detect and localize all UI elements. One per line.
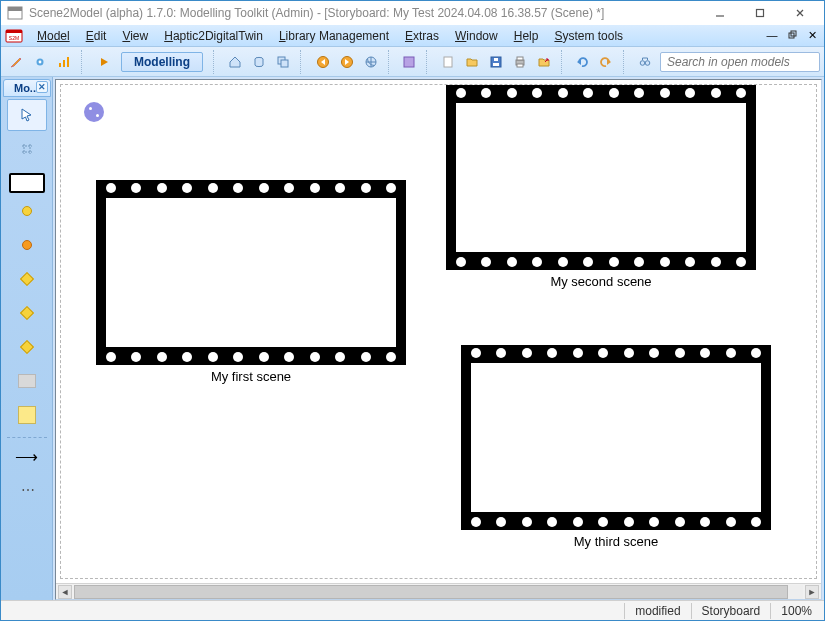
menubar: S2M Model Edit View Haptic2DigitalTwin L… <box>1 25 824 47</box>
scene-frame-tool[interactable] <box>9 173 45 193</box>
window-minimize[interactable] <box>700 2 740 24</box>
toolbar-separator <box>426 50 431 74</box>
nav-forward-icon[interactable] <box>336 51 358 73</box>
yellow-circle-tool[interactable] <box>7 195 47 227</box>
page-indicator-icon[interactable]: ⋯ <box>7 474 47 506</box>
scene-frame[interactable] <box>446 85 756 270</box>
nav-back-icon[interactable] <box>312 51 334 73</box>
document-window-controls: — ✕ <box>764 28 820 42</box>
orange-circle-tool[interactable] <box>7 229 47 261</box>
menu-model[interactable]: Model <box>29 27 78 45</box>
status-modified: modified <box>624 603 690 619</box>
svg-rect-7 <box>6 30 22 33</box>
grey-rect-tool[interactable] <box>7 365 47 397</box>
toolbar-separator <box>213 50 218 74</box>
yellow-diamond-tool-1[interactable] <box>7 263 47 295</box>
status-zoom[interactable]: 100% <box>770 603 822 619</box>
new-icon[interactable] <box>437 51 459 73</box>
scroll-left-icon[interactable]: ◄ <box>58 585 72 599</box>
scroll-right-icon[interactable]: ► <box>805 585 819 599</box>
tool-play-icon[interactable] <box>93 51 115 73</box>
menu-extras[interactable]: Extras <box>397 27 447 45</box>
scroll-track[interactable] <box>74 585 803 599</box>
tool-chart-icon[interactable] <box>53 51 75 73</box>
home-icon[interactable] <box>224 51 246 73</box>
pointer-tool[interactable] <box>7 99 47 131</box>
menu-library-management[interactable]: Library Management <box>271 27 397 45</box>
scene-1[interactable]: My first scene <box>96 180 406 384</box>
palette-tab[interactable]: Mo... ✕ <box>3 79 51 97</box>
script-icon[interactable] <box>398 51 420 73</box>
tool-pencil-icon[interactable] <box>5 51 27 73</box>
toolbar-separator <box>388 50 393 74</box>
svg-rect-3 <box>757 10 764 17</box>
tool-gear-icon[interactable] <box>29 51 51 73</box>
mode-label[interactable]: Modelling <box>121 52 203 72</box>
svg-point-36 <box>645 60 650 65</box>
menu-haptic2digitaltwin[interactable]: Haptic2DigitalTwin <box>156 27 271 45</box>
svg-rect-28 <box>493 63 499 66</box>
svg-rect-13 <box>59 63 61 67</box>
menu-edit[interactable]: Edit <box>78 27 115 45</box>
scene-label: My second scene <box>446 274 756 289</box>
scene-content-area[interactable] <box>106 198 396 347</box>
menu-help[interactable]: Help <box>506 27 547 45</box>
palette-sidebar: Mo... ✕ ⟶ ⋯ <box>1 77 53 600</box>
svg-rect-14 <box>63 60 65 67</box>
grid-tool[interactable] <box>7 133 47 165</box>
scene-3[interactable]: My third scene <box>461 345 771 549</box>
svg-rect-32 <box>517 64 523 67</box>
menu-view[interactable]: View <box>114 27 156 45</box>
svg-rect-31 <box>517 57 523 60</box>
yellow-diamond-tool-3[interactable] <box>7 331 47 363</box>
menu-system-tools[interactable]: System tools <box>546 27 631 45</box>
export-icon[interactable] <box>533 51 555 73</box>
menu-window[interactable]: Window <box>447 27 506 45</box>
open-icon[interactable] <box>461 51 483 73</box>
svg-text:S2M: S2M <box>9 34 19 40</box>
canvas-origin-handle-icon[interactable] <box>84 102 104 122</box>
save-icon[interactable] <box>485 51 507 73</box>
binoculars-icon[interactable] <box>634 51 656 73</box>
scene-content-area[interactable] <box>456 103 746 252</box>
storyboard-canvas[interactable]: My first sceneMy second sceneMy third sc… <box>56 80 821 583</box>
cascade-icon[interactable] <box>272 51 294 73</box>
toolbar-separator <box>300 50 306 74</box>
undo-icon[interactable] <box>571 51 593 73</box>
doc-minimize[interactable]: — <box>764 28 780 42</box>
redo-icon[interactable] <box>595 51 617 73</box>
app-logo-icon: S2M <box>5 27 23 45</box>
scene-frame[interactable] <box>96 180 406 365</box>
svg-point-12 <box>39 60 42 63</box>
app-icon <box>7 5 23 21</box>
scene-content-area[interactable] <box>471 363 761 512</box>
svg-rect-15 <box>67 57 69 67</box>
window-title: Scene2Model (alpha) 1.7.0: Modelling Too… <box>29 6 700 20</box>
svg-rect-26 <box>444 57 452 67</box>
yellow-diamond-tool-2[interactable] <box>7 297 47 329</box>
window-close[interactable] <box>780 2 820 24</box>
doc-restore[interactable] <box>784 28 800 42</box>
palette-tab-close-icon[interactable]: ✕ <box>36 81 48 93</box>
doc-close[interactable]: ✕ <box>804 28 820 42</box>
svg-rect-25 <box>404 57 414 67</box>
note-tool[interactable] <box>7 399 47 431</box>
arrow-connector-tool[interactable]: ⟶ <box>7 440 47 472</box>
toolbar-separator <box>623 50 628 74</box>
status-model-type: Storyboard <box>691 603 771 619</box>
database-icon[interactable] <box>248 51 270 73</box>
horizontal-scrollbar[interactable]: ◄ ► <box>56 583 821 599</box>
scene-frame[interactable] <box>461 345 771 530</box>
workspace: Mo... ✕ ⟶ ⋯ My first sceneMy second scen… <box>1 77 824 600</box>
print-icon[interactable] <box>509 51 531 73</box>
toolbar-separator <box>561 50 566 74</box>
canvas-container: My first sceneMy second sceneMy third sc… <box>55 79 822 600</box>
globe-icon[interactable] <box>360 51 382 73</box>
scene-2[interactable]: My second scene <box>446 85 756 289</box>
svg-point-35 <box>640 60 645 65</box>
statusbar: modified Storyboard 100% <box>1 600 824 620</box>
window-maximize[interactable] <box>740 2 780 24</box>
scene-label: My third scene <box>461 534 771 549</box>
open-model-search-input[interactable] <box>660 52 820 72</box>
scene-label: My first scene <box>96 369 406 384</box>
